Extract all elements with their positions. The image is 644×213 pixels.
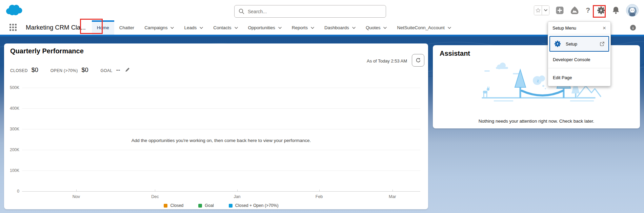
- as-of-timestamp: As of Today 2:53 AM: [367, 58, 407, 64]
- stat-open: OPEN (>70%) $0: [51, 67, 88, 74]
- plus-icon: [556, 6, 564, 14]
- x-tick-label: Mar: [389, 194, 396, 199]
- tab-contacts[interactable]: Contacts: [208, 20, 243, 35]
- chevron-down-icon: [200, 27, 203, 29]
- salesforce-logo: [5, 4, 23, 17]
- notifications-button[interactable]: [612, 6, 620, 14]
- tab-leads[interactable]: Leads: [179, 20, 208, 35]
- app-launcher-icon[interactable]: [9, 24, 17, 31]
- x-tick: [237, 190, 238, 191]
- refresh-icon: [416, 58, 421, 63]
- x-tick-label: Jan: [234, 194, 240, 199]
- gridline: [22, 150, 420, 150]
- edit-goal-button[interactable]: [125, 67, 130, 73]
- stat-closed-value: $0: [32, 67, 38, 74]
- assistant-empty-message: Nothing needs your attention right now. …: [433, 119, 640, 124]
- user-avatar[interactable]: [626, 4, 639, 17]
- gridline: [22, 108, 420, 109]
- favorite-star-button[interactable]: [534, 6, 542, 15]
- x-tick-label: Dec: [151, 194, 159, 199]
- help-button[interactable]: ?: [586, 6, 590, 14]
- tab-netsuiteconn-account[interactable]: NetSuiteConn_Account: [392, 20, 456, 35]
- trailhead-icon: [570, 6, 579, 15]
- info-icon[interactable]: i: [630, 25, 636, 31]
- tab-netsuiteconn-account-label: NetSuiteConn_Account: [397, 25, 444, 30]
- tab-opportunities[interactable]: Opportunities: [243, 20, 287, 35]
- tab-chatter-label: Chatter: [119, 25, 134, 30]
- quarterly-performance-title: Quarterly Performance: [10, 47, 84, 55]
- stat-goal: GOAL --: [101, 67, 130, 74]
- legend-label-goal: Goal: [205, 203, 214, 208]
- gridline: [22, 88, 420, 88]
- y-tick-label: 400K: [4, 106, 19, 111]
- y-tick-label: 300K: [4, 127, 19, 131]
- y-tick-label: 0: [4, 189, 19, 194]
- legend-swatch-goal: [198, 204, 202, 208]
- gridline: [22, 171, 420, 171]
- app-name: Marketing CRM Cla...: [26, 24, 86, 31]
- pencil-icon: [125, 67, 130, 72]
- tab-dashboards[interactable]: Dashboards: [319, 20, 361, 35]
- menu-divider: [548, 68, 610, 68]
- setup-menu-item-setup[interactable]: Setup: [549, 36, 609, 52]
- global-actions-button[interactable]: [556, 6, 564, 14]
- stat-open-value: $0: [82, 67, 88, 74]
- search-icon: [239, 8, 244, 14]
- chevron-down-icon: [235, 27, 238, 29]
- x-tick: [393, 190, 393, 191]
- y-tick-label: 200K: [4, 147, 19, 152]
- chart-legend: Closed Goal Closed + Open (>70%): [22, 203, 420, 208]
- svg-text:z: z: [537, 78, 539, 83]
- stat-goal-value: --: [116, 67, 120, 74]
- legend-item-closed: Closed: [164, 203, 183, 208]
- chevron-down-icon: [352, 27, 356, 29]
- bell-icon: [612, 6, 620, 14]
- setup-menu-header: Setup Menu ×: [548, 22, 610, 34]
- y-tick-label: 500K: [4, 85, 19, 90]
- star-icon: [536, 8, 541, 13]
- performance-stats: CLOSED $0 OPEN (>70%) $0 GOAL --: [10, 67, 130, 74]
- gear-icon: [597, 6, 606, 15]
- chevron-down-icon: [448, 27, 451, 29]
- setup-item-label: Setup: [566, 41, 577, 47]
- favorites-list-button[interactable]: [542, 6, 549, 15]
- legend-item-goal: Goal: [198, 203, 214, 208]
- x-tick-label: Feb: [316, 194, 323, 199]
- legend-item-closed-open: Closed + Open (>70%): [229, 203, 279, 208]
- legend-swatch-closed-open: [229, 204, 233, 208]
- chevron-down-icon: [544, 9, 547, 11]
- favorites-button-group: [534, 5, 549, 15]
- refresh-button[interactable]: [412, 54, 424, 67]
- tab-contacts-label: Contacts: [213, 25, 231, 30]
- x-tick-label: Nov: [73, 194, 80, 199]
- tab-reports[interactable]: Reports: [287, 20, 319, 35]
- chevron-down-icon: [311, 27, 314, 29]
- assistant-title: Assistant: [440, 50, 470, 57]
- legend-swatch-closed: [164, 204, 167, 208]
- chevron-down-icon: [278, 27, 282, 29]
- search-input[interactable]: [248, 9, 382, 14]
- chevron-down-icon: [383, 27, 387, 29]
- global-header: ?: [0, 0, 644, 20]
- setup-menu-item-developer-console[interactable]: Developer Console: [548, 54, 610, 65]
- tab-reports-label: Reports: [292, 25, 308, 30]
- gridline: [22, 129, 420, 129]
- tab-quotes[interactable]: Quotes: [361, 20, 392, 35]
- tab-campaigns[interactable]: Campaigns: [139, 20, 179, 35]
- nav-tabs: Home Chatter Campaigns Leads Contacts Op…: [92, 20, 456, 35]
- gear-icon: [554, 40, 561, 48]
- tab-home[interactable]: Home: [92, 20, 114, 35]
- x-axis-line: [22, 191, 420, 192]
- tab-opportunities-label: Opportunities: [248, 25, 275, 30]
- tab-chatter[interactable]: Chatter: [114, 20, 139, 35]
- setup-gear-button[interactable]: [597, 6, 606, 15]
- guidance-center-button[interactable]: [570, 6, 579, 15]
- setup-menu-item-edit-page[interactable]: Edit Page: [548, 72, 610, 83]
- tab-leads-label: Leads: [184, 25, 197, 30]
- setup-menu-dropdown: Setup Menu × Setup Developer Console Edi…: [548, 21, 611, 86]
- tab-quotes-label: Quotes: [366, 25, 381, 30]
- setup-menu-title: Setup Menu: [552, 25, 576, 31]
- y-tick-label: 100K: [4, 168, 19, 173]
- close-icon[interactable]: ×: [603, 25, 606, 31]
- new-window-icon: [600, 41, 605, 47]
